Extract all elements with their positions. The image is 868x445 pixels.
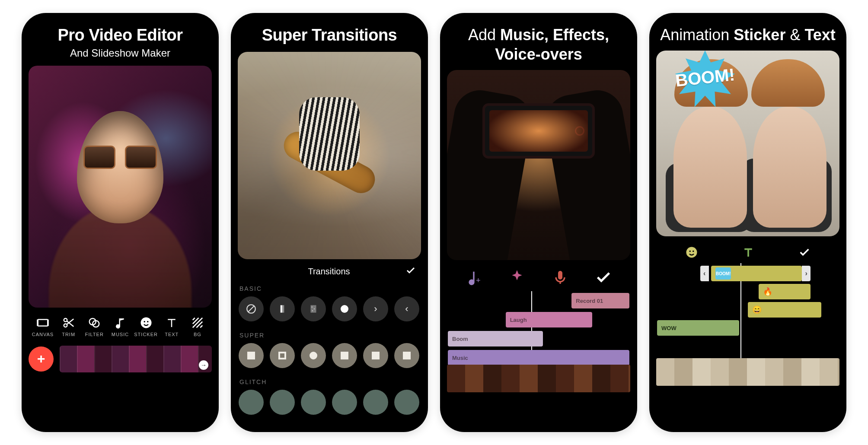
tool-sticker[interactable]: STICKER — [134, 316, 159, 337]
screenshot-3: Add Music, Effects, Voice-overs + Record… — [440, 13, 637, 432]
track-label: Music — [452, 355, 468, 361]
tool-label: TEXT — [165, 332, 179, 337]
square-icon — [403, 352, 411, 359]
transition-dissolve[interactable] — [301, 296, 326, 321]
trim-handle-left[interactable]: ‹ — [700, 266, 709, 281]
video-preview[interactable]: BOOM! — [656, 51, 839, 236]
row-super — [238, 341, 421, 374]
tool-canvas[interactable]: CANVAS — [30, 316, 55, 337]
clip-boom[interactable]: BOOM! — [711, 266, 802, 281]
video-preview[interactable] — [447, 70, 630, 260]
svg-point-19 — [692, 251, 694, 252]
headline-line: Animation Sticker & Text — [656, 25, 839, 44]
tool-label: CANVAS — [32, 332, 54, 337]
headline-mid: & — [785, 26, 804, 44]
screenshot-4: Animation Sticker & Text BOOM! ‹ › BOOM! — [649, 13, 846, 432]
track-label: Boom — [452, 336, 468, 342]
timeline-clip[interactable]: → — [60, 346, 212, 372]
transition-slide-left[interactable]: ‹ — [394, 296, 419, 321]
music-icon — [114, 316, 127, 329]
trim-handle-right[interactable]: › — [802, 266, 811, 281]
none-icon — [246, 303, 257, 315]
svg-point-17 — [686, 247, 697, 258]
tool-label: STICKER — [134, 332, 158, 337]
boom-sticker[interactable]: BOOM! — [664, 51, 746, 111]
headline: Animation Sticker & Text — [656, 25, 839, 44]
transition-glitch-4[interactable] — [332, 390, 357, 415]
headline-main: Super Transitions — [238, 25, 421, 46]
svg-rect-9 — [281, 305, 282, 312]
square-outline-icon — [278, 352, 286, 359]
track-boom[interactable]: Boom — [448, 331, 543, 346]
track-laugh[interactable]: Laugh — [506, 312, 592, 327]
transition-super-3[interactable] — [301, 343, 326, 368]
transition-glitch-6[interactable] — [394, 390, 419, 415]
transition-super-4[interactable] — [332, 343, 357, 368]
transition-super-6[interactable] — [394, 343, 419, 368]
tool-bar: CANVAS TRIM FILTER MUSIC STICKER — [29, 308, 212, 340]
trim-icon — [62, 316, 75, 329]
transition-none[interactable] — [239, 296, 264, 321]
fire-icon: 🔥 — [763, 287, 772, 296]
clip-fire[interactable]: 🔥 — [759, 284, 811, 299]
row-glitch — [238, 388, 421, 421]
emoji-button[interactable] — [685, 246, 698, 261]
headline-bold-1: Music, Effects, — [500, 26, 609, 44]
clip-wow[interactable]: WOW — [657, 320, 739, 336]
headline: Super Transitions — [238, 25, 421, 46]
square-icon — [247, 352, 255, 359]
audio-tool-row: + — [447, 260, 630, 290]
headline: Pro Video Editor And Slideshow Maker — [29, 25, 212, 60]
text-tool-button[interactable] — [742, 246, 755, 261]
confirm-button[interactable] — [595, 269, 612, 286]
video-preview[interactable] — [29, 66, 212, 308]
track-record[interactable]: Record 01 — [571, 293, 629, 308]
transition-glitch-3[interactable] — [301, 390, 326, 415]
voice-over-button[interactable] — [552, 269, 569, 286]
square-icon — [372, 352, 380, 359]
transition-super-1[interactable] — [239, 343, 264, 368]
transition-fade[interactable] — [270, 296, 295, 321]
effects-button[interactable] — [508, 269, 526, 286]
svg-text:+: + — [476, 276, 481, 285]
svg-rect-11 — [311, 305, 316, 312]
transition-glitch-2[interactable] — [270, 390, 295, 415]
headline-main: Pro Video Editor — [29, 25, 212, 46]
transition-super-5[interactable] — [363, 343, 388, 368]
screenshot-2: Super Transitions Transitions BASIC › ‹ … — [231, 13, 428, 432]
video-preview[interactable] — [238, 52, 421, 259]
svg-point-14 — [312, 310, 313, 311]
video-timeline-strip[interactable] — [447, 365, 630, 392]
transition-dot[interactable] — [332, 296, 357, 321]
sticker-timeline[interactable]: ‹ › BOOM! 🔥 😄 WOW — [656, 265, 839, 386]
text-icon — [165, 316, 178, 329]
tool-music[interactable]: MUSIC — [108, 316, 133, 337]
confirm-button[interactable] — [405, 265, 416, 278]
tool-trim[interactable]: TRIM — [56, 316, 81, 337]
audio-timeline[interactable]: Record 01 Laugh Boom Music — [447, 293, 630, 392]
transition-super-2[interactable] — [270, 343, 295, 368]
tool-label: FILTER — [85, 332, 104, 337]
timeline-row: + → — [29, 346, 212, 372]
canvas-icon — [36, 316, 49, 329]
arrow-right-icon: → — [199, 360, 208, 370]
chevron-right-icon: › — [374, 303, 377, 315]
transition-slide-right[interactable]: › — [363, 296, 388, 321]
svg-point-5 — [140, 317, 151, 328]
track-music[interactable]: Music — [448, 350, 629, 366]
tool-filter[interactable]: FILTER — [82, 316, 107, 337]
confirm-button[interactable] — [798, 246, 811, 260]
transition-glitch-5[interactable] — [363, 390, 388, 415]
headline-bold-2: Voice-overs — [495, 45, 582, 63]
add-button[interactable]: + — [29, 346, 54, 372]
add-music-button[interactable]: + — [465, 269, 482, 286]
tool-text[interactable]: TEXT — [159, 316, 184, 337]
headline-prefix: Animation — [660, 26, 734, 44]
clip-smile[interactable]: 😄 — [748, 302, 821, 318]
video-timeline-strip[interactable] — [656, 358, 839, 386]
mini-boom-icon: BOOM! — [715, 267, 731, 280]
tool-bg[interactable]: BG — [185, 316, 210, 337]
dissolve-icon — [308, 303, 319, 315]
check-icon — [798, 246, 811, 258]
transition-glitch-1[interactable] — [239, 390, 264, 415]
